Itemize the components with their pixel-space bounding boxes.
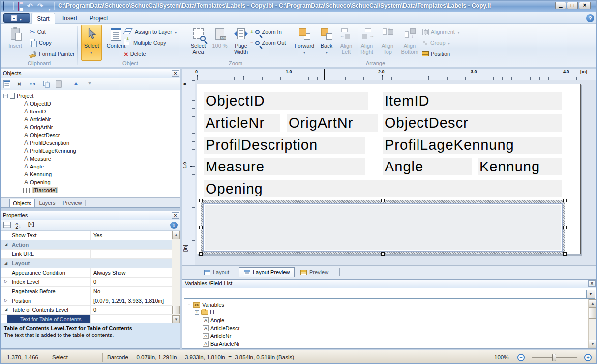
cut-tool-icon[interactable] [30, 80, 36, 88]
tree-item-opening[interactable]: Opening [24, 178, 51, 186]
multiple-copy-button[interactable]: Multiple Copy [124, 38, 166, 47]
tab-insert[interactable]: Insert [57, 13, 83, 24]
select-button[interactable]: Select [81, 25, 102, 61]
tree-item-angle[interactable]: Angle [24, 163, 44, 170]
var-root-variables[interactable]: Variables [187, 301, 224, 308]
scrollbar-thumb[interactable] [589, 308, 597, 319]
tab-preview[interactable]: Preview [296, 267, 333, 277]
property-row-toc-level[interactable]: Table of Contents Level 0 [0, 306, 173, 315]
categorized-view-icon[interactable] [3, 222, 11, 228]
application-menu-button[interactable] [3, 13, 30, 23]
tree-item-articlenr[interactable]: ArticleNr [24, 115, 51, 123]
collapse-icon[interactable] [3, 94, 8, 98]
tab-obj-preview[interactable]: Preview [60, 199, 85, 207]
tree-item-measure[interactable]: Measure [24, 155, 51, 163]
tab-project[interactable]: Project [85, 13, 113, 24]
cut-button[interactable]: Cut [30, 28, 46, 36]
collapse-icon[interactable] [187, 303, 191, 307]
tree-item-kennung[interactable]: Kennung [24, 170, 52, 178]
field-articlenr[interactable]: ArticleNr [204, 114, 280, 132]
barcode-object-selected[interactable] [201, 200, 565, 254]
design-canvas[interactable]: ObjectID ItemID ArticleNr OrigArtNr Obje… [195, 80, 597, 265]
scrollbar-thumb[interactable] [172, 306, 180, 314]
delete-tool-icon[interactable] [17, 80, 21, 88]
expand-icon[interactable] [4, 242, 7, 247]
maximize-button[interactable] [567, 2, 578, 9]
tab-obj-layers[interactable]: Layers [36, 199, 59, 207]
scroll-up-icon[interactable] [589, 299, 597, 308]
tab-layout-preview[interactable]: Layout Preview [239, 267, 295, 277]
tree-item-itemid[interactable]: ItemID [24, 108, 46, 115]
tab-obj-objects[interactable]: Objects [9, 199, 35, 207]
sort-az-icon[interactable] [15, 222, 21, 230]
move-down-icon[interactable] [87, 80, 92, 86]
barcode-area[interactable] [203, 203, 563, 252]
tree-item-objectdescr[interactable]: ObjectDescr [24, 131, 60, 139]
position-button[interactable]: Position [422, 49, 450, 58]
field-kennung[interactable]: Kennung [478, 158, 562, 175]
copy-tool-icon[interactable] [43, 80, 50, 88]
tree-item-project[interactable]: Project [3, 92, 33, 100]
property-row-pagebreak-before[interactable]: Pagebreak Before No [0, 287, 173, 296]
resize-handle-s[interactable] [381, 252, 385, 256]
assign-to-layer-button[interactable]: Assign to Layer [124, 28, 178, 36]
resize-handle-nw[interactable] [199, 199, 203, 202]
undo-icon[interactable] [27, 1, 33, 10]
tree-item-objectid[interactable]: ObjectID [24, 100, 51, 108]
label-page[interactable]: ObjectID ItemID ArticleNr OrigArtNr Obje… [197, 84, 581, 254]
field-profillagekennung[interactable]: ProfilLageKennung [383, 137, 562, 154]
minimize-button[interactable] [555, 2, 566, 9]
quick-access-dropdown-icon[interactable] [48, 4, 51, 13]
tab-start[interactable]: Start [31, 13, 55, 24]
scroll-down-icon[interactable] [589, 340, 597, 348]
tree-item-profillagekennung[interactable]: ProfilLageKennung [24, 147, 76, 155]
var-item-articledescr[interactable]: ArticleDescr [203, 324, 239, 332]
field-itemid[interactable]: ItemID [383, 92, 562, 110]
combo-dropdown-icon[interactable] [586, 290, 595, 299]
close-icon[interactable] [588, 280, 596, 287]
property-row-index-level[interactable]: Index Level 0 [0, 278, 173, 287]
property-row-position[interactable]: Position [0.079, 1.291, 3.933, 1.810in] [0, 296, 173, 306]
forward-button[interactable]: Forward [293, 25, 316, 59]
select-area-button[interactable]: Select Area [187, 25, 209, 59]
close-icon[interactable] [172, 212, 179, 219]
zoom-in-icon[interactable] [584, 354, 592, 361]
resize-handle-w[interactable] [199, 226, 203, 229]
var-folder-ll[interactable]: LL [195, 308, 216, 316]
tab-layout[interactable]: Layout [200, 267, 234, 277]
field-opening[interactable]: Opening [204, 180, 562, 197]
resize-handle-sw[interactable] [199, 252, 203, 256]
zoom-slider-thumb[interactable] [552, 354, 556, 361]
expand-all-icon[interactable] [28, 222, 34, 227]
tree-item-origartnr[interactable]: OrigArtNr [24, 123, 53, 131]
tree-item-barcode-selected[interactable]: [Barcode] [23, 186, 58, 194]
property-group-layout[interactable]: Layout [0, 259, 173, 268]
copy-button[interactable]: Copy [30, 38, 52, 47]
content-tool-icon[interactable] [3, 80, 10, 88]
expand-icon[interactable] [4, 298, 7, 303]
property-group-action[interactable]: Action [0, 240, 173, 250]
field-objectid[interactable]: ObjectID [204, 92, 368, 110]
var-item-clipped[interactable]: CATBarCode [203, 348, 242, 348]
save-icon[interactable] [18, 2, 19, 11]
var-item-bararticlenr[interactable]: BarArticleNr [203, 340, 239, 348]
expand-icon[interactable] [4, 308, 7, 312]
info-icon[interactable] [170, 222, 178, 229]
close-icon[interactable] [172, 70, 179, 77]
zoom-in-button[interactable]: Zoom In [250, 28, 282, 36]
zoom-out-icon[interactable] [517, 354, 525, 361]
app-icon[interactable] [3, 1, 4, 11]
help-icon[interactable] [586, 14, 594, 22]
field-measure[interactable]: Measure [204, 158, 365, 175]
scroll-up-icon[interactable] [172, 231, 180, 239]
var-item-articlenr[interactable]: ArticleNr [203, 332, 231, 340]
field-angle[interactable]: Angle [383, 158, 472, 175]
properties-scrollbar[interactable] [172, 231, 180, 324]
back-button[interactable]: Back [318, 25, 335, 59]
field-objectdescr[interactable]: ObjectDescr [383, 114, 562, 132]
resize-handle-n[interactable] [381, 199, 385, 202]
variables-tree[interactable]: Variables LL Angle ArticleDescr ArticleN… [182, 299, 588, 348]
field-profildescription[interactable]: ProfilDescription [204, 137, 365, 154]
property-row-show-text[interactable]: Show Text Yes [0, 231, 173, 240]
tree-item-profildescription[interactable]: ProfilDescription [24, 139, 69, 147]
